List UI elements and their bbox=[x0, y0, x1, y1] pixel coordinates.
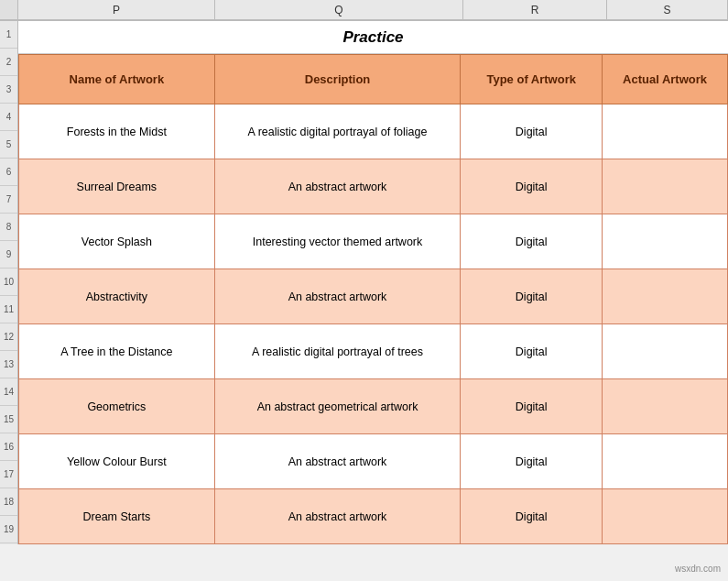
table-header-row: Name of Artwork Description Type of Artw… bbox=[19, 55, 728, 104]
column-headers: P Q R S bbox=[0, 0, 728, 21]
cell-actual-artwork[interactable] bbox=[603, 104, 728, 159]
table-row[interactable]: GeometricsAn abstract geometrical artwor… bbox=[19, 379, 728, 434]
row-num-12: 12 bbox=[0, 323, 17, 351]
row-num-15: 15 bbox=[0, 406, 17, 433]
cell-artwork-name[interactable]: A Tree in the Distance bbox=[19, 324, 215, 379]
col-header-p[interactable]: P bbox=[18, 0, 215, 20]
row-num-11: 11 bbox=[0, 296, 17, 323]
spreadsheet: P Q R S 1 2 3 4 5 6 7 8 9 10 11 12 13 14… bbox=[0, 0, 728, 581]
row-num-2: 2 bbox=[0, 49, 17, 76]
cell-description[interactable]: An abstract artwork bbox=[214, 489, 461, 544]
cell-artwork-name[interactable]: Dream Starts bbox=[19, 489, 215, 544]
row-num-10: 10 bbox=[0, 269, 17, 296]
cell-type[interactable]: Digital bbox=[461, 104, 603, 159]
header-type[interactable]: Type of Artwork bbox=[461, 55, 603, 104]
cell-type[interactable]: Digital bbox=[461, 159, 603, 214]
cell-artwork-name[interactable]: Abstractivity bbox=[19, 269, 215, 324]
cell-actual-artwork[interactable] bbox=[603, 379, 728, 434]
cell-actual-artwork[interactable] bbox=[603, 269, 728, 324]
row-num-7: 7 bbox=[0, 186, 17, 214]
cell-actual-artwork[interactable] bbox=[603, 324, 728, 379]
cell-artwork-name[interactable]: Vector Splash bbox=[19, 214, 215, 269]
cell-actual-artwork[interactable] bbox=[603, 159, 728, 214]
table-row[interactable]: Yellow Colour BurstAn abstract artworkDi… bbox=[19, 434, 728, 489]
cell-description[interactable]: An abstract geometrical artwork bbox=[214, 379, 461, 434]
sheet-title: Practice bbox=[18, 21, 728, 54]
cell-type[interactable]: Digital bbox=[461, 434, 603, 489]
table-row[interactable]: Vector SplashInteresting vector themed a… bbox=[19, 214, 728, 269]
cell-description[interactable]: A realistic digital portrayal of trees bbox=[214, 324, 461, 379]
cell-description[interactable]: Interesting vector themed artwork bbox=[214, 214, 461, 269]
cell-artwork-name[interactable]: Yellow Colour Burst bbox=[19, 434, 215, 489]
row-num-19: 19 bbox=[0, 516, 17, 543]
corner-cell bbox=[0, 0, 18, 20]
table-row[interactable]: Dream StartsAn abstract artworkDigital bbox=[19, 489, 728, 544]
table-row[interactable]: Forests in the MidstA realistic digital … bbox=[19, 104, 728, 159]
row-num-3: 3 bbox=[0, 76, 17, 104]
row-num-18: 18 bbox=[0, 488, 17, 516]
cell-actual-artwork[interactable] bbox=[603, 434, 728, 489]
table-area: Practice Name of Artwork Description Typ… bbox=[18, 21, 728, 544]
row-num-9: 9 bbox=[0, 241, 17, 269]
row-num-1: 1 bbox=[0, 21, 17, 49]
cell-actual-artwork[interactable] bbox=[603, 214, 728, 269]
row-num-16: 16 bbox=[0, 433, 17, 461]
watermark: wsxdn.com bbox=[675, 564, 721, 574]
artwork-table: Name of Artwork Description Type of Artw… bbox=[18, 54, 728, 544]
table-row[interactable]: Surreal DreamsAn abstract artworkDigital bbox=[19, 159, 728, 214]
table-row[interactable]: A Tree in the DistanceA realistic digita… bbox=[19, 324, 728, 379]
cell-type[interactable]: Digital bbox=[461, 269, 603, 324]
table-row[interactable]: AbstractivityAn abstract artworkDigital bbox=[19, 269, 728, 324]
row-numbers: 1 2 3 4 5 6 7 8 9 10 11 12 13 14 15 16 1… bbox=[0, 21, 18, 544]
cell-description[interactable]: An abstract artwork bbox=[214, 269, 461, 324]
sheet-content: 1 2 3 4 5 6 7 8 9 10 11 12 13 14 15 16 1… bbox=[0, 21, 728, 544]
cell-type[interactable]: Digital bbox=[461, 489, 603, 544]
row-num-8: 8 bbox=[0, 214, 17, 241]
row-num-6: 6 bbox=[0, 159, 17, 186]
header-description[interactable]: Description bbox=[214, 55, 461, 104]
row-num-14: 14 bbox=[0, 378, 17, 406]
row-num-13: 13 bbox=[0, 351, 17, 378]
cell-type[interactable]: Digital bbox=[461, 324, 603, 379]
cell-artwork-name[interactable]: Forests in the Midst bbox=[19, 104, 215, 159]
cell-actual-artwork[interactable] bbox=[603, 489, 728, 544]
cell-artwork-name[interactable]: Geometrics bbox=[19, 379, 215, 434]
col-header-r[interactable]: R bbox=[463, 0, 607, 20]
col-header-s[interactable]: S bbox=[607, 0, 728, 20]
row-num-5: 5 bbox=[0, 131, 17, 159]
cell-description[interactable]: An abstract artwork bbox=[214, 159, 461, 214]
cell-type[interactable]: Digital bbox=[461, 214, 603, 269]
cell-type[interactable]: Digital bbox=[461, 379, 603, 434]
col-header-q[interactable]: Q bbox=[215, 0, 463, 20]
cell-description[interactable]: An abstract artwork bbox=[214, 434, 461, 489]
row-num-17: 17 bbox=[0, 461, 17, 488]
cell-artwork-name[interactable]: Surreal Dreams bbox=[19, 159, 215, 214]
header-name[interactable]: Name of Artwork bbox=[19, 55, 215, 104]
header-actual[interactable]: Actual Artwork bbox=[603, 55, 728, 104]
cell-description[interactable]: A realistic digital portrayal of foliage bbox=[214, 104, 461, 159]
row-num-4: 4 bbox=[0, 104, 17, 131]
